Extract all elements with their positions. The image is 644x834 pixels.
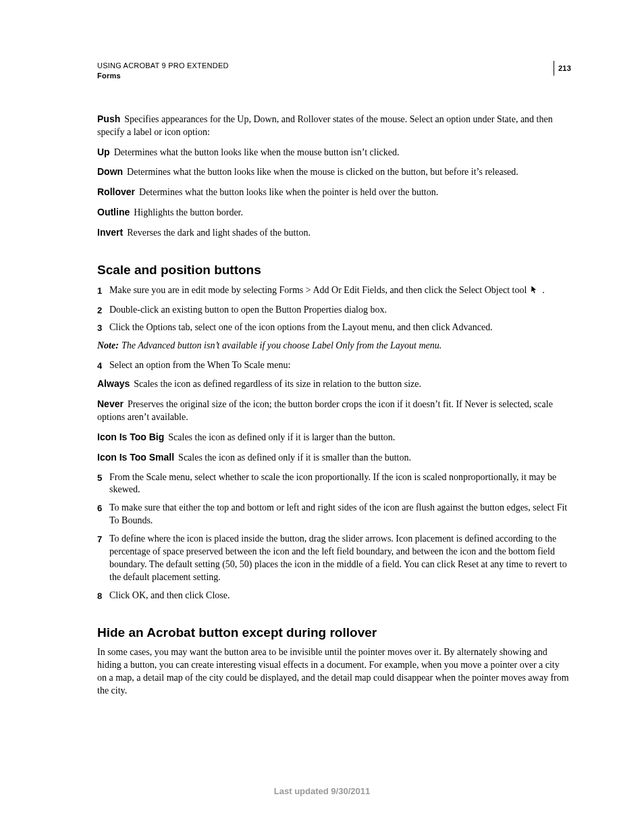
step-number: 1 <box>97 284 109 298</box>
term-text: Determines what the button looks like wh… <box>114 147 400 157</box>
term-text: Highlights the button border. <box>134 207 243 217</box>
heading-hide-rollover: Hide an Acrobat button except during rol… <box>97 624 571 642</box>
term-label: Icon Is Too Small <box>97 452 178 463</box>
term-label: Up <box>97 147 114 157</box>
note-text: The Advanced button isn’t available if y… <box>122 340 441 350</box>
step-2: 2Double-click an existing button to open… <box>97 304 571 317</box>
step-number: 7 <box>97 533 109 584</box>
term-label: Rollover <box>97 186 139 197</box>
term-text: Determines what the button looks like wh… <box>139 187 438 197</box>
step-3: 3Click the Options tab, select one of th… <box>97 321 571 334</box>
term-text: Specifies appearances for the Up, Down, … <box>97 114 553 137</box>
doc-title: USING ACROBAT 9 PRO EXTENDED <box>97 61 229 71</box>
step-text: Double-click an existing button to open … <box>109 304 571 317</box>
page-header: USING ACROBAT 9 PRO EXTENDED Forms 213 <box>97 61 571 82</box>
term-icon-too-small: Icon Is Too SmallScales the icon as defi… <box>97 451 571 465</box>
term-always: AlwaysScales the icon as defined regardl… <box>97 377 571 391</box>
definition-list-2: AlwaysScales the icon as defined regardl… <box>97 377 571 464</box>
body: PushSpecifies appearances for the Up, Do… <box>97 113 571 698</box>
step-text: To define where the icon is placed insid… <box>109 533 571 584</box>
step-text: From the Scale menu, select whether to s… <box>109 471 571 497</box>
step-number: 4 <box>97 359 109 372</box>
step-text: To make sure that either the top and bot… <box>109 502 571 527</box>
step-text-span: Make sure you are in edit mode by select… <box>109 285 527 295</box>
step-6: 6To make sure that either the top and bo… <box>97 502 571 527</box>
term-label: Never <box>97 398 128 409</box>
step-8: 8Click OK, and then click Close. <box>97 590 571 602</box>
term-icon-too-big: Icon Is Too BigScales the icon as define… <box>97 431 571 444</box>
term-invert: InvertReverses the dark and light shades… <box>97 226 571 240</box>
step-1: 1 Make sure you are in edit mode by sele… <box>97 284 571 298</box>
definition-list-1: PushSpecifies appearances for the Up, Do… <box>97 113 571 240</box>
step-text: Make sure you are in edit mode by select… <box>109 284 571 298</box>
term-label: Down <box>97 166 127 177</box>
term-label: Push <box>97 113 124 124</box>
term-rollover: RolloverDetermines what the button looks… <box>97 186 571 199</box>
term-text: Scales the icon as defined only if it is… <box>178 452 411 463</box>
step-number: 6 <box>97 502 109 527</box>
page-content: USING ACROBAT 9 PRO EXTENDED Forms 213 P… <box>0 0 644 698</box>
term-never: NeverPreserves the original size of the … <box>97 398 571 424</box>
term-label: Invert <box>97 227 127 238</box>
note-label: Note: <box>97 340 122 350</box>
heading-scale-position: Scale and position buttons <box>97 261 571 279</box>
term-up: UpDetermines what the button looks like … <box>97 146 571 159</box>
term-label: Icon Is Too Big <box>97 432 168 442</box>
paragraph: In some cases, you may want the button a… <box>97 646 571 698</box>
term-label: Outline <box>97 207 134 217</box>
term-label: Always <box>97 378 134 389</box>
select-object-cursor-icon <box>531 285 539 298</box>
term-push: PushSpecifies appearances for the Up, Do… <box>97 113 571 139</box>
term-outline: OutlineHighlights the button border. <box>97 206 571 219</box>
step-number: 5 <box>97 471 109 497</box>
note: Note:The Advanced button isn’t available… <box>97 340 571 353</box>
step-text: Click OK, and then click Close. <box>109 590 571 602</box>
header-left: USING ACROBAT 9 PRO EXTENDED Forms <box>97 61 229 82</box>
step-text: Click the Options tab, select one of the… <box>109 321 571 334</box>
term-text: Reverses the dark and light shades of th… <box>127 228 311 238</box>
step-number: 3 <box>97 321 109 334</box>
term-text: Scales the icon as defined only if it is… <box>168 432 395 442</box>
footer-last-updated: Last updated 9/30/2011 <box>0 786 644 796</box>
step-4: 4Select an option from the When To Scale… <box>97 359 571 372</box>
step-7: 7To define where the icon is placed insi… <box>97 533 571 584</box>
header-divider <box>554 61 554 76</box>
header-right: 213 <box>547 61 571 76</box>
page-number: 213 <box>558 64 571 72</box>
term-down: DownDetermines what the button looks lik… <box>97 165 571 179</box>
step-text-tail: . <box>540 285 545 295</box>
step-number: 8 <box>97 590 109 602</box>
step-5: 5From the Scale menu, select whether to … <box>97 471 571 497</box>
step-text: Select an option from the When To Scale … <box>109 359 571 372</box>
term-text: Determines what the button looks like wh… <box>127 167 518 177</box>
term-text: Preserves the original size of the icon;… <box>97 399 553 422</box>
term-text: Scales the icon as defined regardless of… <box>134 379 421 389</box>
doc-section: Forms <box>97 71 229 81</box>
step-number: 2 <box>97 304 109 317</box>
